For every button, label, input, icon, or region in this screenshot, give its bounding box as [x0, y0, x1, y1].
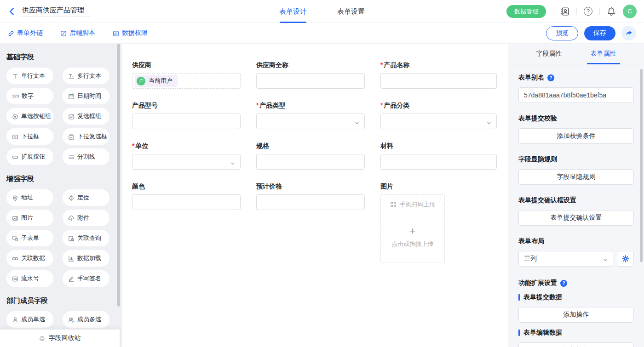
palette-item-number[interactable]: 123数字	[6, 88, 53, 104]
tab-form-properties[interactable]: 表单属性	[589, 44, 618, 64]
palette-item-locate[interactable]: 定位	[63, 189, 109, 206]
canvas-field-input-7[interactable]: 规格	[256, 142, 365, 170]
select-input[interactable]	[380, 114, 497, 129]
select-input[interactable]	[256, 114, 365, 129]
help-icon[interactable]: ?	[560, 280, 567, 287]
divider-icon	[68, 153, 75, 160]
palette-item-label: 单选按钮组	[21, 112, 51, 120]
text-input[interactable]	[256, 194, 365, 210]
field-recycle-bin-button[interactable]: ♲ 字段回收站	[0, 330, 120, 347]
canvas-field-upload-11[interactable]: 图片手机扫码上传+点击或拖拽上传	[380, 182, 497, 262]
canvas-field-input-3[interactable]: 产品型号	[132, 102, 241, 129]
form-layout-heading: 表单布局	[518, 237, 544, 245]
scan-upload-area[interactable]: 手机扫码上传	[381, 195, 444, 214]
palette-item-radio-group[interactable]: 单选按钮组	[6, 108, 53, 125]
palette-item-label: 流水号	[21, 274, 39, 283]
palette-item-label: 日期时间	[77, 92, 101, 100]
canvas-field-input-9[interactable]: 颜色	[132, 182, 241, 210]
palette-item-member-multi[interactable]: 成员多选	[63, 311, 109, 328]
help-icon[interactable]: ?	[584, 7, 592, 16]
canvas-field-select-6[interactable]: *单位	[132, 142, 241, 170]
data-manage-button[interactable]: 数据管理	[506, 5, 546, 18]
text-input[interactable]	[380, 154, 497, 170]
canvas-field-select-5[interactable]: *产品分类	[380, 102, 497, 129]
palette-item-address[interactable]: 地址	[6, 189, 53, 206]
member-multi-icon	[68, 316, 75, 323]
palette-item-relate-data[interactable]: 关联数据	[6, 250, 53, 267]
divider	[553, 8, 553, 15]
palette-item-multi-select[interactable]: 下拉复选框	[63, 128, 109, 145]
back-button[interactable]	[7, 7, 17, 16]
palette-item-text-single[interactable]: 单行文本	[6, 68, 53, 84]
share-button[interactable]	[621, 26, 636, 40]
field-label-text: 产品分类	[384, 102, 409, 109]
divider	[599, 8, 600, 15]
palette-item-label: 地址	[21, 193, 33, 202]
panel-action-button-0[interactable]: 添加校验条件	[518, 128, 634, 144]
form-alias-input[interactable]	[518, 87, 634, 103]
palette-item-relate-query[interactable]: 关联查询	[63, 230, 109, 246]
address-book-icon[interactable]	[560, 7, 569, 16]
palette-item-signature[interactable]: 手写签名	[63, 270, 109, 287]
palette-item-subform[interactable]: 子表单	[6, 230, 53, 246]
canvas-field-input-8[interactable]: 材料	[380, 142, 497, 170]
text-input[interactable]	[256, 154, 365, 170]
chevron-down-icon	[486, 119, 492, 127]
canvas-field-tag-0[interactable]: 供应商户当前用户	[132, 61, 241, 89]
text-input[interactable]	[256, 73, 365, 89]
panel-tabs: 字段属性 表单属性	[508, 44, 644, 64]
canvas-field-input-1[interactable]: 供应商全称	[256, 61, 365, 89]
palette-item-data-load[interactable]: 数据加载	[63, 250, 109, 267]
palette-item-expand-button[interactable]: 扩展按钮	[6, 148, 53, 165]
toolbar-link-script[interactable]: 后端脚本	[60, 29, 95, 37]
palette-item-datetime[interactable]: 日期时间	[63, 88, 109, 104]
palette-item-attachment[interactable]: 附件	[63, 210, 109, 226]
panel-action-button-2[interactable]: 表单提交确认设置	[518, 210, 634, 226]
palette-item-divider[interactable]: 分割线	[63, 148, 109, 165]
form-title[interactable]: 供应商供应产品管理	[22, 6, 89, 17]
text-input[interactable]	[132, 194, 241, 210]
user-avatar[interactable]: C	[623, 5, 637, 18]
current-user-tag: 户当前用户	[135, 75, 178, 87]
panel-action-button-1[interactable]: 字段显隐规则	[518, 169, 634, 185]
palette-item-label: 成员多选	[77, 315, 101, 324]
palette-scrollbar-thumb[interactable]	[117, 44, 120, 307]
header-tabs: 表单设计 表单设置	[277, 0, 367, 23]
canvas-field-input-2[interactable]: *产品名称	[380, 61, 497, 89]
palette-section-title: 基础字段	[6, 53, 122, 62]
relate-data-icon	[12, 255, 18, 262]
toolbar-link-permission[interactable]: 数据权限	[113, 29, 148, 37]
tab-form-design[interactable]: 表单设计	[277, 0, 309, 23]
tab-field-properties[interactable]: 字段属性	[535, 44, 564, 64]
preview-button[interactable]: 预览	[546, 26, 578, 40]
palette-item-label: 图片	[21, 214, 33, 222]
palette-item-label: 关联数据	[21, 254, 45, 262]
add-operation-button-1[interactable]: 添加操作	[518, 342, 634, 347]
text-input[interactable]	[132, 114, 241, 129]
palette-item-serial[interactable]: 流水号	[6, 270, 53, 287]
number-icon: 123	[12, 94, 19, 98]
help-icon[interactable]: ?	[547, 74, 554, 81]
supplier-default-value-box[interactable]: 户当前用户	[132, 73, 241, 89]
toolbar-link-link[interactable]: 表单外链	[8, 29, 43, 37]
palette-item-checkbox-group[interactable]: 复选框组	[63, 108, 109, 125]
canvas-field-select-4[interactable]: *产品类型	[256, 102, 365, 129]
subform-icon	[12, 234, 18, 242]
notification-bell-icon[interactable]	[607, 7, 616, 16]
add-operation-button-0[interactable]: 添加操作	[518, 307, 634, 323]
palette-item-select[interactable]: 下拉框	[6, 128, 53, 145]
drag-upload-area[interactable]: +点击或拖拽上传	[381, 214, 444, 262]
palette-item-image[interactable]: 图片	[6, 210, 53, 226]
tab-form-settings[interactable]: 表单设置	[335, 0, 367, 23]
header: 供应商供应产品管理 表单设计 表单设置 数据管理 ? C	[0, 0, 644, 23]
select-input[interactable]	[132, 154, 241, 170]
palette-item-text-multi[interactable]: 多行文本	[63, 68, 109, 84]
layout-settings-button[interactable]	[617, 251, 634, 267]
panel-scrollbar-thumb[interactable]	[640, 69, 643, 262]
palette-item-member-single[interactable]: 成员单选	[6, 311, 53, 328]
text-input[interactable]	[380, 73, 497, 89]
field-label-text: 规格	[256, 142, 269, 150]
save-button[interactable]: 保存	[584, 26, 615, 40]
layout-select[interactable]: 三列	[518, 251, 613, 267]
canvas-field-input-10[interactable]: 预计价格	[256, 182, 365, 210]
